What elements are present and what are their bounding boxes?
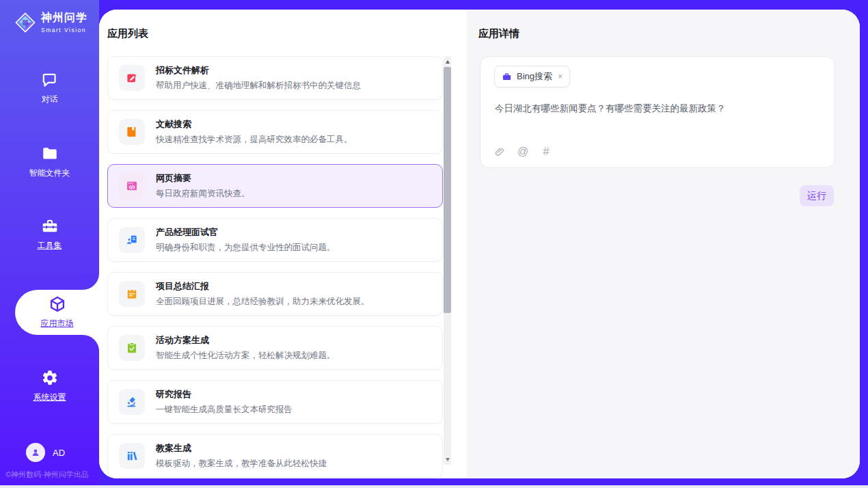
app-card-description: 一键智能生成高质量长文本研究报告 <box>156 404 293 416</box>
tool-chip-bing-search[interactable]: Bing搜索 × <box>494 66 570 87</box>
app-card-description: 模板驱动，教案生成，教学准备从此轻松快捷 <box>156 458 327 470</box>
app-card-title: 项目总结汇报 <box>156 280 370 293</box>
sidebar-item-settings[interactable]: 系统设置 <box>0 369 99 403</box>
app-list-pane: 应用列表 招标文件解析 帮助用户快速、准确地理解和解析招标书中的关键信息 文献搜… <box>99 10 467 478</box>
browser-code-icon <box>119 173 145 199</box>
app-card[interactable]: 网页摘要 每日政府新闻资讯快查。 <box>107 164 443 208</box>
briefcase-icon <box>502 72 512 82</box>
user-profile[interactable]: AD <box>26 443 65 462</box>
tool-chip-label: Bing搜索 <box>517 70 552 83</box>
doc-edit-icon <box>119 65 145 91</box>
sidebar-item-market[interactable]: 应用市场 <box>15 290 99 335</box>
app-card-description: 智能生成个性化活动方案，轻松解决规划难题。 <box>156 350 336 362</box>
app-list-title: 应用列表 <box>107 27 148 40</box>
bubble-curve-bottom <box>83 335 99 351</box>
query-text[interactable]: 今日湖北有哪些新闻要点？有哪些需要关注的最新政策？ <box>495 102 821 116</box>
app-card-title: 产品经理面试官 <box>156 226 336 239</box>
book-icon <box>119 119 145 145</box>
attachment-toolbar: @ # <box>493 146 552 158</box>
app-window: 神州问学 Smart Vision 对话 智能文件夹 工具集 应用市场 系统设置… <box>0 0 868 488</box>
cube-icon <box>49 295 66 313</box>
avatar <box>26 443 45 462</box>
sidebar-item-chat[interactable]: 对话 <box>0 71 99 105</box>
app-card[interactable]: 项目总结汇报 全面回顾项目进展，总结经验教训，助力未来优化发展。 <box>107 272 443 316</box>
sidebar: 神州问学 Smart Vision 对话 智能文件夹 工具集 应用市场 系统设置… <box>0 0 99 485</box>
app-card-title: 研究报告 <box>156 388 293 401</box>
clipboard-check-icon <box>119 335 145 361</box>
brand-subtitle: Smart Vision <box>41 27 87 33</box>
chat-icon <box>41 71 59 89</box>
app-card[interactable]: 文献搜索 快速精准查找学术资源，提高研究效率的必备工具。 <box>107 110 443 154</box>
app-card-title: 文献搜索 <box>156 118 353 131</box>
note-icon <box>119 281 145 307</box>
person-icon <box>30 447 41 458</box>
sidebar-item-tools[interactable]: 工具集 <box>0 217 99 252</box>
sidebar-item-folders[interactable]: 智能文件夹 <box>0 145 99 179</box>
scroll-down-button[interactable] <box>444 454 451 465</box>
brand-logo: 神州问学 Smart Vision <box>15 11 87 33</box>
app-card-description: 每日政府新闻资讯快查。 <box>156 188 250 200</box>
main-content: 应用列表 招标文件解析 帮助用户快速、准确地理解和解析招标书中的关键信息 文献搜… <box>99 10 860 478</box>
toolbox-icon <box>41 217 59 235</box>
scrollbar-thumb[interactable] <box>444 67 451 313</box>
app-card[interactable]: 产品经理面试官 明确身份和职责，为您提供专业性的面试问题。 <box>107 218 443 262</box>
chip-close-icon[interactable]: × <box>558 72 562 81</box>
bubble-curve-top <box>83 273 99 290</box>
app-card[interactable]: 教案生成 模板驱动，教案生成，教学准备从此轻松快捷 <box>107 434 443 478</box>
app-card-title: 招标文件解析 <box>156 64 361 77</box>
user-initials: AD <box>53 448 65 458</box>
diamond-logo-icon <box>15 12 36 33</box>
app-card-title: 网页摘要 <box>156 172 250 185</box>
at-icon[interactable]: @ <box>517 146 529 158</box>
app-card[interactable]: 活动方案生成 智能生成个性化活动方案，轻松解决规划难题。 <box>107 326 443 370</box>
run-button[interactable]: 运行 <box>800 185 834 206</box>
app-card-description: 明确身份和职责，为您提供专业性的面试问题。 <box>156 242 336 254</box>
app-card[interactable]: 研究报告 一键智能生成高质量长文本研究报告 <box>107 380 443 424</box>
paperclip-icon[interactable] <box>493 146 506 158</box>
microscope-icon <box>119 389 145 415</box>
brand-name: 神州问学 <box>41 11 87 25</box>
books-icon <box>119 443 145 469</box>
app-card-description: 帮助用户快速、准确地理解和解析招标书中的关键信息 <box>156 80 361 92</box>
app-card-list: 招标文件解析 帮助用户快速、准确地理解和解析招标书中的关键信息 文献搜索 快速精… <box>107 56 443 478</box>
query-card: Bing搜索 × 今日湖北有哪些新闻要点？有哪些需要关注的最新政策？ @ # <box>480 56 835 168</box>
app-detail-pane: 应用详情 Bing搜索 × 今日湖北有哪些新闻要点？有哪些需要关注的最新政策？ … <box>467 10 860 478</box>
app-card-description: 全面回顾项目进展，总结经验教训，助力未来优化发展。 <box>156 296 370 308</box>
folder-icon <box>41 145 59 163</box>
app-card-title: 活动方案生成 <box>156 334 336 347</box>
gear-icon <box>41 369 59 387</box>
arrow-down-icon <box>446 458 450 461</box>
arrow-up-icon <box>446 60 450 64</box>
hash-icon[interactable]: # <box>540 146 552 158</box>
app-card[interactable]: 招标文件解析 帮助用户快速、准确地理解和解析招标书中的关键信息 <box>107 56 443 100</box>
app-detail-title: 应用详情 <box>478 27 519 40</box>
scrollbar[interactable] <box>444 56 451 465</box>
scroll-up-button[interactable] <box>444 56 451 67</box>
app-card-title: 教案生成 <box>156 442 327 455</box>
interview-icon <box>119 227 145 253</box>
copyright-text: ©神州数码·神州问学出品 <box>5 470 89 480</box>
app-card-description: 快速精准查找学术资源，提高研究效率的必备工具。 <box>156 134 353 146</box>
